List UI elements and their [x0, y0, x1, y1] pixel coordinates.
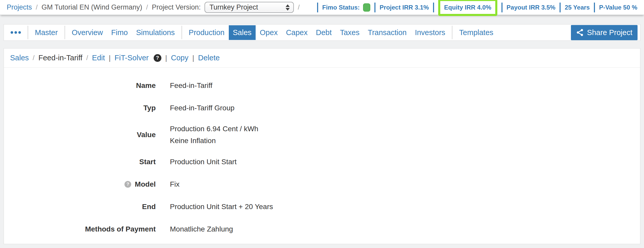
field-label: Name [4, 81, 156, 90]
content-card: Sales / Feed-in-Tariff / Edit|FiT-Solver… [4, 48, 640, 244]
field-row-model: ModelFix [4, 173, 640, 195]
nav-overflow-button[interactable] [6, 31, 25, 34]
tab-sales[interactable]: Sales [229, 25, 256, 40]
breadcrumb-current-item: Feed-in-Tariff [38, 54, 82, 62]
field-value-line: Production 6.94 Cent / kWh [170, 123, 258, 135]
share-project-button[interactable]: Share Project [571, 25, 638, 40]
nav-divider [182, 26, 182, 39]
field-label: Value [4, 131, 156, 139]
detail-fields: NameFeed-in-TariffTypFeed-in-Tariff Grou… [4, 68, 640, 240]
breadcrumb-separator: / [298, 3, 300, 11]
field-row-start: StartProduction Unit Start [4, 151, 640, 173]
action-edit[interactable]: Edit [92, 54, 105, 62]
action-links: Edit|FiT-Solver|Copy|Delete [92, 54, 220, 62]
field-row-value: ValueProduction 6.94 Cent / kWhKeine Inf… [4, 119, 640, 151]
question-mark-icon [124, 181, 131, 188]
status-separator [374, 3, 375, 12]
field-label-text: End [142, 203, 156, 211]
content-breadcrumb: Sales / Feed-in-Tariff / Edit|FiT-Solver… [4, 48, 640, 68]
field-row-typ: TypFeed-in-Tariff Group [4, 97, 640, 119]
ellipsis-icon [11, 31, 13, 34]
status-items: Project IRR 3.1%Equity IRR 4.0%Payout IR… [370, 3, 637, 12]
field-value-line: Feed-in-Tariff Group [170, 102, 234, 114]
breadcrumb-projects-link[interactable]: Projects [7, 3, 32, 11]
tab-overview[interactable]: Overview [68, 25, 107, 40]
tab-opex[interactable]: Opex [256, 25, 282, 40]
status-bar: Fimo Status: Project IRR 3.1%Equity IRR … [313, 3, 637, 12]
tab-fimo[interactable]: Fimo [107, 25, 132, 40]
field-label-text: Value [137, 131, 156, 139]
field-label-text: Start [139, 158, 156, 166]
tab-debt[interactable]: Debt [312, 25, 336, 40]
field-label: Methods of Payment [4, 225, 156, 233]
action-separator: | [109, 54, 111, 62]
breadcrumb-separator: / [36, 3, 38, 11]
nav-divider [452, 26, 452, 39]
breadcrumb: Projects / GM Tutorial EN (Wind Germany)… [7, 2, 300, 13]
field-value-line: Feed-in-Tariff [170, 80, 212, 92]
status-item-equity-irr-4-0: Equity IRR 4.0% [444, 4, 491, 11]
field-value: Production Unit Start [170, 156, 237, 168]
breadcrumb-project-name: GM Tutorial EN (Wind Germany) [42, 3, 142, 11]
tab-production[interactable]: Production [185, 25, 229, 40]
status-separator [560, 3, 561, 12]
share-icon [576, 29, 584, 36]
ellipsis-icon [18, 31, 21, 34]
field-label-text: Methods of Payment [85, 225, 156, 233]
chevron-up-down-icon [286, 4, 290, 11]
project-version-select[interactable]: Turnkey Project [205, 2, 294, 13]
tab-transaction[interactable]: Transaction [364, 25, 411, 40]
tab-master[interactable]: Master [31, 25, 62, 40]
highlight-annotation: Equity IRR 4.0% [438, 0, 497, 16]
status-separator [317, 3, 318, 12]
project-version-label: Project Version: [152, 3, 201, 11]
field-label-text: Typ [143, 104, 156, 112]
field-value: Fix [170, 178, 179, 190]
tab-investors[interactable]: Investors [411, 25, 450, 40]
field-value: Monatliche Zahlung [170, 223, 233, 235]
action-delete[interactable]: Delete [198, 54, 220, 62]
field-label: Start [4, 158, 156, 166]
field-value: Production Unit Start + 20 Years [170, 201, 273, 213]
main-nav: MasterOverviewFimoSimulationsProductionS… [4, 24, 640, 41]
nav-divider [28, 26, 28, 39]
fimo-status-label: Fimo Status: [322, 4, 360, 11]
ellipsis-icon [14, 31, 17, 34]
field-row-end: EndProduction Unit Start + 20 Years [4, 195, 640, 218]
project-version-value: Turnkey Project [209, 3, 258, 11]
field-value: Feed-in-Tariff [170, 80, 212, 92]
tab-simulations[interactable]: Simulations [132, 25, 179, 40]
field-row-name: NameFeed-in-Tariff [4, 74, 640, 97]
action-copy[interactable]: Copy [171, 54, 189, 62]
field-label: Model [4, 180, 156, 188]
nav-divider [65, 26, 65, 39]
field-value-line: Fix [170, 178, 179, 190]
field-label-text: Name [136, 81, 156, 90]
field-value-line: Production Unit Start [170, 156, 237, 168]
nav-items: MasterOverviewFimoSimulationsProductionS… [6, 25, 498, 40]
field-label-text: Model [135, 180, 156, 188]
tab-taxes[interactable]: Taxes [336, 25, 364, 40]
breadcrumb-sales-link[interactable]: Sales [10, 54, 29, 62]
action-separator: | [192, 54, 194, 62]
status-separator [594, 3, 595, 12]
tab-templates[interactable]: Templates [455, 25, 497, 40]
tab-capex[interactable]: Capex [282, 25, 312, 40]
field-value-line: Monatliche Zahlung [170, 223, 233, 235]
fimo-status: Fimo Status: [322, 3, 370, 12]
question-mark-icon[interactable] [154, 54, 161, 62]
field-label: End [4, 203, 156, 211]
field-value-line: Production Unit Start + 20 Years [170, 201, 273, 213]
status-item-payout-irr-3-5: Payout IRR 3.5% [507, 4, 555, 11]
status-item-25-years: 25 Years [565, 4, 590, 11]
field-value: Feed-in-Tariff Group [170, 102, 234, 114]
status-item-project-irr-3-1: Project IRR 3.1% [380, 4, 429, 11]
breadcrumb-separator: / [146, 3, 148, 11]
share-project-label: Share Project [587, 28, 632, 37]
breadcrumb-separator: / [86, 54, 88, 62]
status-separator [433, 3, 434, 12]
field-row-methods-of-payment: Methods of PaymentMonatliche Zahlung [4, 218, 640, 240]
action-fit-solver[interactable]: FiT-Solver [115, 54, 149, 62]
top-bar: Projects / GM Tutorial EN (Wind Germany)… [0, 0, 644, 15]
breadcrumb-separator: / [33, 54, 35, 62]
